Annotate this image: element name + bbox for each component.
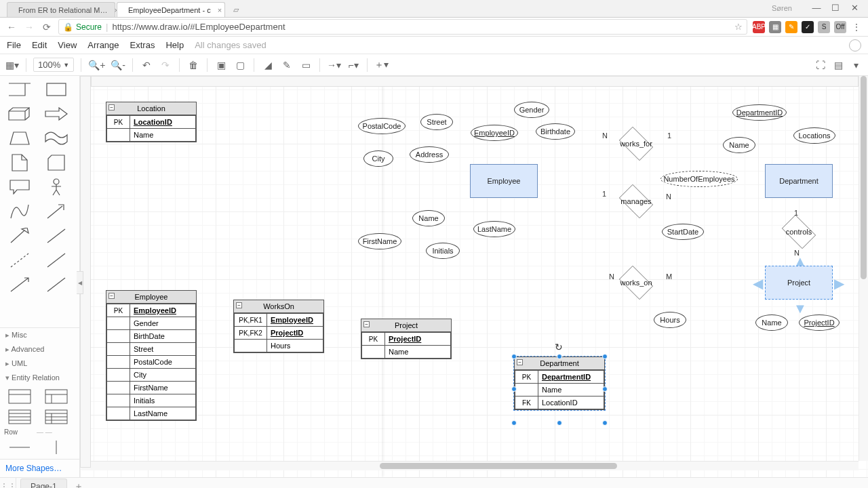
ext-icon[interactable]: Off <box>834 21 846 33</box>
sidebar-section-uml[interactable]: UML <box>0 357 79 371</box>
shape-callout[interactable] <box>3 176 37 198</box>
attr-city[interactable]: City <box>363 150 393 167</box>
scrollbar-thumb[interactable] <box>380 463 617 469</box>
vertical-scrollbar[interactable] <box>859 76 868 461</box>
sidebar-section-er[interactable]: Entity Relation <box>0 371 79 385</box>
table-workson[interactable]: −WorksOn PK,FK1EmployeeIDPK,FK2ProjectID… <box>233 300 324 353</box>
table-row[interactable]: Name <box>515 384 604 396</box>
ext-icon[interactable]: ✎ <box>785 21 797 33</box>
view-button[interactable]: ▦▾ <box>5 58 19 72</box>
ext-icon[interactable]: ▦ <box>769 21 781 33</box>
table-row[interactable]: LastName <box>107 407 196 420</box>
sidebar-section-advanced[interactable]: Advanced <box>0 342 79 357</box>
menu-view[interactable]: View <box>58 40 77 50</box>
menu-help[interactable]: Help <box>165 40 184 50</box>
attr-employeeid[interactable]: EmployeeID <box>471 125 518 141</box>
attr-departmentid[interactable]: DepartmentID <box>732 104 787 121</box>
sel-handle[interactable] <box>511 386 517 392</box>
collapse-button[interactable]: ▾ <box>849 58 863 72</box>
er-shape-table2[interactable] <box>39 388 73 405</box>
shape-rect3d[interactable] <box>3 103 37 125</box>
entity-project[interactable]: Project <box>765 266 833 300</box>
shape-curve[interactable] <box>3 201 37 222</box>
selection-arrow-down[interactable]: ▼ <box>793 301 807 317</box>
star-icon[interactable]: ☆ <box>734 22 743 32</box>
attr-startdate[interactable]: StartDate <box>662 224 704 240</box>
shape-actor[interactable] <box>39 176 73 198</box>
shape-arrow[interactable] <box>39 103 73 125</box>
minimize-button[interactable]: — <box>808 3 825 13</box>
table-row[interactable]: PKEmployeeID <box>107 304 196 317</box>
attr-num-employees[interactable]: NumberOfEmployees <box>660 171 738 187</box>
back-button[interactable]: ← <box>5 22 18 33</box>
attr-gender[interactable]: Gender <box>514 102 549 118</box>
shape-arrow2[interactable] <box>39 201 73 222</box>
format-panel-button[interactable]: ▤ <box>831 58 845 72</box>
menu-edit[interactable]: Edit <box>32 40 47 50</box>
shadow-button[interactable]: ▭ <box>299 58 313 72</box>
rel-works-on[interactable]: works_on <box>616 269 656 296</box>
ext-icon[interactable]: ✓ <box>802 21 814 33</box>
attr-postalcode[interactable]: PostalCode <box>358 118 406 134</box>
er-shape-table[interactable] <box>3 388 37 405</box>
shape-trapez[interactable] <box>3 127 37 149</box>
browser-tab-0[interactable]: From ER to Relational M… × <box>7 2 115 17</box>
attr-birthdate[interactable]: Birthdate <box>536 123 575 140</box>
new-tab-button[interactable]: ▱ <box>226 2 245 17</box>
er-shape-list2[interactable] <box>39 408 73 426</box>
profile-name[interactable]: Søren <box>772 4 792 12</box>
selection-arrow-up[interactable]: ▲ <box>793 253 807 269</box>
table-department[interactable]: −Department PKDepartmentIDNameFKLocation… <box>514 357 605 410</box>
sel-handle[interactable] <box>602 354 608 359</box>
table-row[interactable]: PK,FK1EmployeeID <box>235 314 323 327</box>
fullscreen-button[interactable]: ⛶ <box>814 58 827 72</box>
sel-handle[interactable] <box>557 420 562 426</box>
attr-hours[interactable]: Hours <box>654 312 686 328</box>
collapse-icon[interactable]: − <box>517 359 523 365</box>
rotate-handle[interactable]: ↻ <box>555 342 563 352</box>
shape-page[interactable] <box>3 152 37 174</box>
attr-name-emp[interactable]: Name <box>412 210 445 226</box>
attr-locations[interactable]: Locations <box>793 127 835 144</box>
fill-button[interactable]: ◢ <box>261 58 275 72</box>
sidebar-collapse-handle[interactable]: ◀ <box>77 271 83 294</box>
adblock-icon[interactable]: ABP <box>753 21 765 33</box>
shape-vr[interactable] <box>39 439 73 456</box>
table-row[interactable]: Name <box>107 129 196 142</box>
globe-icon[interactable] <box>849 39 861 52</box>
close-icon[interactable]: × <box>218 6 222 14</box>
attr-name-proj[interactable]: Name <box>755 314 788 331</box>
table-row[interactable]: City <box>107 369 196 382</box>
table-row[interactable]: PK,FK2ProjectID <box>235 327 323 340</box>
er-row-divider[interactable]: — — <box>37 428 52 436</box>
table-row[interactable]: Name <box>362 346 451 359</box>
shape-line[interactable] <box>39 225 73 247</box>
er-shape-list[interactable] <box>3 408 37 426</box>
more-shapes-button[interactable]: More Shapes… <box>0 459 79 477</box>
collapse-icon[interactable]: − <box>108 293 115 299</box>
delete-button[interactable]: 🗑 <box>186 58 200 72</box>
menu-extras[interactable]: Extras <box>130 40 155 50</box>
collapse-icon[interactable]: − <box>108 104 115 110</box>
tofront-button[interactable]: ▣ <box>214 58 228 72</box>
shape-line2[interactable] <box>39 249 73 271</box>
table-row[interactable]: Gender <box>107 317 196 330</box>
attr-street[interactable]: Street <box>420 114 453 130</box>
sel-handle[interactable] <box>602 420 608 426</box>
horizontal-scrollbar[interactable] <box>81 461 859 470</box>
menu-file[interactable]: File <box>7 40 21 50</box>
ext-icon[interactable]: S <box>818 21 830 33</box>
table-row[interactable]: BirthDate <box>107 330 196 343</box>
table-row[interactable]: PostalCode <box>107 356 196 369</box>
insert-button[interactable]: ＋▾ <box>374 58 389 72</box>
waypoint-button[interactable]: ⌐▾ <box>347 58 360 72</box>
canvas[interactable]: Employee Department Project ◀ ▶ ▲ ▼ work… <box>80 76 868 477</box>
page-tab[interactable]: Page-1 <box>20 479 67 488</box>
rel-manages[interactable]: manages <box>616 188 656 215</box>
shape-hr[interactable] <box>3 439 37 456</box>
url-input[interactable]: 🔒 Secure | https://www.draw.io/#LEmploye… <box>58 19 747 35</box>
shape-rect-open[interactable] <box>3 79 37 100</box>
selection-arrow-left[interactable]: ◀ <box>753 275 763 291</box>
line-button[interactable]: ✎ <box>280 58 294 72</box>
undo-button[interactable]: ↶ <box>140 58 153 72</box>
